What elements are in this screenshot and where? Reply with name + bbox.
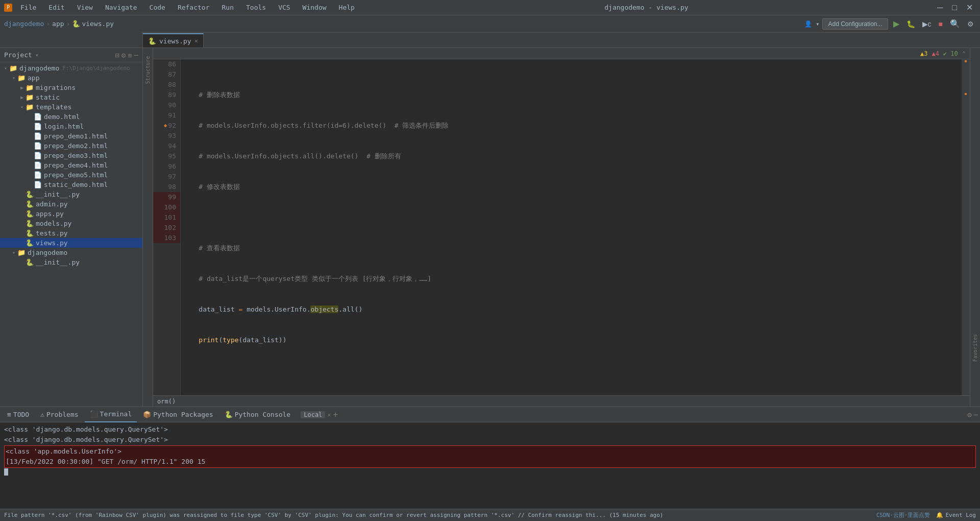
minimize-button[interactable]: ─	[934, 2, 946, 13]
user-icon[interactable]: 👤 ▾	[804, 20, 819, 28]
terminal-line-1: <class 'django.db.models.query.QuerySet'…	[4, 424, 976, 435]
tab-python-packages[interactable]: 📦 Python Packages	[138, 407, 218, 422]
tree-label-init2: __init__.py	[36, 258, 80, 266]
terminal-settings-icon[interactable]: ⚙	[967, 411, 971, 419]
tree-item-models[interactable]: 🐍 models.py	[0, 219, 142, 228]
todo-icon: ≡	[7, 407, 11, 422]
tree-label-tests: tests.py	[36, 229, 68, 237]
tree-item-migrations[interactable]: ▶ 📁 migrations	[0, 83, 142, 92]
local-tab-label[interactable]: Local	[301, 411, 325, 418]
file-icon-prepo1: 📄	[34, 132, 42, 140]
event-log-label[interactable]: Event Log	[945, 512, 976, 518]
folder-icon-static: 📁	[26, 93, 34, 101]
tab-problems[interactable]: ⚠ Problems	[35, 407, 83, 422]
terminal-cursor	[4, 468, 8, 476]
tab-todo[interactable]: ≡ TODO	[2, 407, 34, 422]
breadcrumb-project[interactable]: djangodemo	[4, 20, 44, 28]
error-count-badge[interactable]: ▲4	[932, 50, 939, 57]
menu-window[interactable]: Window	[299, 2, 331, 14]
terminal-highlighted-block: <class 'app.models.UserInfo'> [13/Feb/20…	[4, 445, 976, 468]
title-bar: P File Edit View Navigate Code Refactor …	[0, 0, 980, 15]
tree-item-prepo2[interactable]: 📄 prepo_demo2.html	[0, 141, 142, 151]
tree-item-static-demo[interactable]: 📄 static_demo.html	[0, 180, 142, 190]
terminal-minimize-icon[interactable]: ─	[974, 411, 978, 419]
tree-item-djangodemo-sub[interactable]: ▾ 📁 djangodemo	[0, 248, 142, 257]
menu-navigate[interactable]: Navigate	[101, 2, 141, 14]
tree-item-prepo3[interactable]: 📄 prepo_demo3.html	[0, 151, 142, 160]
bookmark-icon-92: ◆	[164, 121, 167, 131]
tab-views-py[interactable]: 🐍 views.py ✕	[143, 33, 204, 48]
file-icon-demo-html: 📄	[34, 113, 42, 121]
file-icon-static-demo: 📄	[34, 181, 42, 188]
breadcrumb-file[interactable]: 🐍 views.py	[72, 20, 114, 28]
tab-close-icon[interactable]: ✕	[194, 37, 198, 44]
run-button[interactable]: ▶	[891, 18, 901, 30]
terminal-content[interactable]: <class 'django.db.models.query.QuerySet'…	[0, 422, 980, 509]
collapse-all-icon[interactable]: ⊟	[115, 51, 119, 59]
sidebar-header: Project ▾ ⊟ ⚙ ≡ ─	[0, 48, 142, 62]
sidebar: Project ▾ ⊟ ⚙ ≡ ─ ▾ 📁 djangodemo F:\Djan…	[0, 48, 143, 407]
line-101: 101	[153, 212, 180, 223]
structure-tab[interactable]: Structure	[144, 52, 152, 88]
settings-button[interactable]: ⚙	[965, 19, 976, 29]
sidebar-close-icon[interactable]: ─	[134, 51, 138, 59]
tree-item-templates[interactable]: ▾ 📁 templates	[0, 102, 142, 112]
favorites-tab[interactable]: Favorites	[971, 330, 979, 366]
debug-button[interactable]: 🐛	[904, 19, 917, 29]
tree-item-prepo4[interactable]: 📄 prepo_demo4.html	[0, 160, 142, 170]
close-button[interactable]: ✕	[963, 2, 976, 13]
tree-label-prepo2: prepo_demo2.html	[44, 142, 108, 150]
tree-item-static[interactable]: ▶ 📁 static	[0, 92, 142, 102]
tree-item-init2[interactable]: 🐍 __init__.py	[0, 257, 142, 267]
status-bar: File pattern '*.csv' (from 'Rainbow CSV'…	[0, 509, 980, 521]
menu-help[interactable]: Help	[335, 2, 359, 14]
code-editor[interactable]: 86 87 88 89 90 91 ◆92 93 94 95 96 97 98 …	[153, 59, 970, 395]
menu-file[interactable]: File	[16, 2, 40, 14]
tree-item-demo-html[interactable]: 📄 demo.html	[0, 112, 142, 122]
menu-vcs[interactable]: VCS	[274, 2, 294, 14]
tree-item-app[interactable]: ▾ 📁 app	[0, 73, 142, 83]
breadcrumb: djangodemo › app › 🐍 views.py	[4, 20, 114, 28]
tree-item-djangodemo[interactable]: ▾ 📁 djangodemo F:\Django\djangodemo	[0, 63, 142, 73]
tree-arrow-djangodemo: ▾	[2, 65, 9, 71]
tree-item-init[interactable]: 🐍 __init__.py	[0, 190, 142, 199]
tree-label-static: static	[36, 93, 60, 101]
tab-python-console[interactable]: 🐍 Python Console	[219, 407, 296, 422]
ok-count-badge[interactable]: ✔ 10	[943, 50, 958, 57]
file-icon-prepo4: 📄	[34, 161, 42, 169]
sidebar-dropdown-icon[interactable]: ▾	[35, 52, 39, 59]
breadcrumb-app[interactable]: app	[52, 20, 64, 28]
tree-item-login-html[interactable]: 📄 login.html	[0, 122, 142, 131]
add-configuration-button[interactable]: Add Configuration...	[822, 18, 888, 30]
menu-refactor[interactable]: Refactor	[174, 2, 214, 14]
stop-button[interactable]: ■	[937, 19, 945, 29]
menu-view[interactable]: View	[73, 2, 97, 14]
right-gutter	[962, 59, 970, 395]
run-with-coverage-button[interactable]: ▶c	[920, 19, 934, 29]
menu-code[interactable]: Code	[145, 2, 169, 14]
terminal-tab-close[interactable]: ✕	[327, 411, 331, 418]
sidebar-gear-icon[interactable]: ≡	[128, 51, 132, 59]
code-content[interactable]: # 删除表数据 # models.UserInfo.objects.filter…	[181, 59, 962, 395]
tree-item-views[interactable]: 🐍 views.py	[0, 238, 142, 248]
file-icon-tests: 🐍	[26, 229, 34, 237]
tree-item-admin[interactable]: 🐍 admin.py	[0, 199, 142, 209]
tree-item-tests[interactable]: 🐍 tests.py	[0, 228, 142, 238]
menu-run[interactable]: Run	[218, 2, 238, 14]
maximize-button[interactable]: □	[949, 2, 960, 13]
menu-tools[interactable]: Tools	[242, 2, 270, 14]
status-csdn[interactable]: CSDN·云图·里面点赞	[876, 511, 930, 519]
search-button[interactable]: 🔍	[948, 18, 962, 30]
tree-item-prepo5[interactable]: 📄 prepo_demo5.html	[0, 170, 142, 180]
sidebar-settings-icon[interactable]: ⚙	[121, 51, 126, 59]
tree-item-prepo1[interactable]: 📄 prepo_demo1.html	[0, 131, 142, 141]
tree-item-apps[interactable]: 🐍 apps.py	[0, 209, 142, 219]
expand-icon[interactable]: ⌃	[962, 50, 966, 57]
tab-terminal[interactable]: ⬛ Terminal	[85, 407, 137, 422]
line-100: 100	[153, 202, 180, 212]
line-86: 86	[153, 59, 180, 69]
menu-edit[interactable]: Edit	[44, 2, 68, 14]
tree-path-djangodemo: F:\Django\djangodemo	[62, 65, 130, 72]
warning-count-badge[interactable]: ▲3	[920, 50, 927, 57]
add-terminal-icon[interactable]: +	[333, 410, 338, 419]
